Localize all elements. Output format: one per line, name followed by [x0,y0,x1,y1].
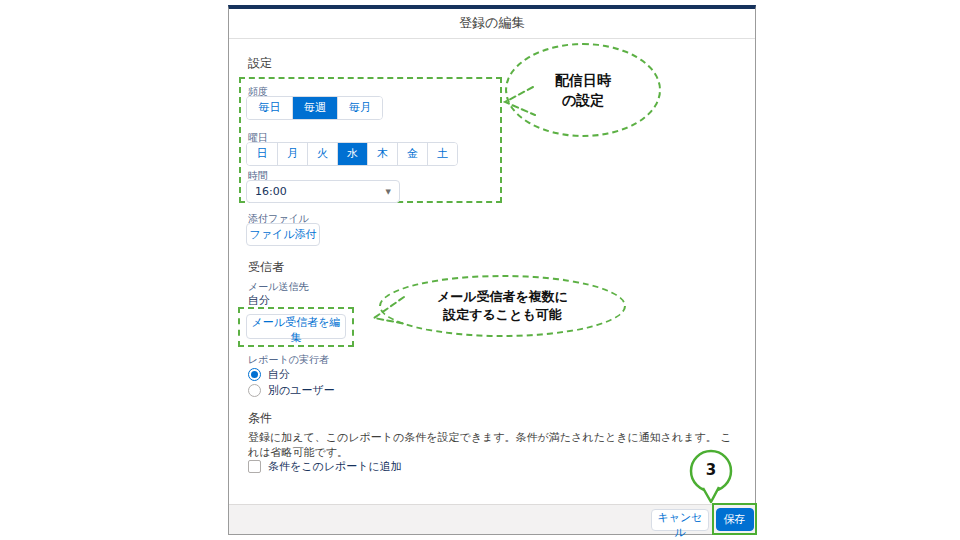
attach-file-button[interactable]: ファイル添付 [246,223,320,246]
step-number: 3 [695,461,727,479]
multiple-recipients-callout: メール受信者を複数に 設定することも可能 [379,275,626,337]
edit-recipients-button[interactable]: メール受信者を編集 [246,314,346,339]
delivery-schedule-callout-line1: 配信日時 [555,70,611,90]
radio-other-user[interactable] [248,384,261,397]
run-as-label: レポートの実行者 [248,353,329,367]
weekday-option-fri[interactable]: 金 [397,143,427,165]
frequency-option-daily[interactable]: 毎日 [247,97,292,119]
add-conditions-checkbox[interactable] [248,460,261,473]
conditions-description: 登録に加えて、このレポートの条件を設定できます。条件が満たされたときに通知されま… [248,430,733,460]
chevron-down-icon: ▼ [386,188,391,196]
annotation-box-save: 保存 [712,503,757,535]
time-select-value: 16:00 [255,185,287,198]
save-button[interactable]: 保存 [716,508,754,531]
recipients-heading: 受信者 [248,259,284,276]
frequency-option-weekly[interactable]: 毎週 [292,97,337,119]
weekday-option-sat[interactable]: 土 [427,143,457,165]
screenshot-stage: 登録の編集 設定 頻度 毎日 毎週 毎月 曜日 日 月 火 水 木 金 土 時間… [0,0,960,540]
time-select[interactable]: 16:00 ▼ [246,180,400,203]
weekday-option-wed[interactable]: 水 [337,143,367,165]
radio-me-label: 自分 [268,367,290,382]
send-to-label: メール送信先 [248,280,308,294]
frequency-option-monthly[interactable]: 毎月 [337,97,382,119]
radio-me[interactable] [248,368,261,381]
radio-other-user-label: 別のユーザー [268,383,335,398]
weekday-option-mon[interactable]: 月 [277,143,307,165]
add-conditions-label: 条件をこのレポートに追加 [268,459,402,474]
dialog-header: 登録の編集 [229,9,755,39]
edit-subscription-dialog: 登録の編集 設定 頻度 毎日 毎週 毎月 曜日 日 月 火 水 木 金 土 時間… [228,5,756,535]
run-as-option-other-user: 別のユーザー [248,383,335,398]
weekday-option-sun[interactable]: 日 [247,143,277,165]
frequency-button-group: 毎日 毎週 毎月 [246,96,383,120]
weekday-button-group: 日 月 火 水 木 金 土 [246,142,458,166]
add-conditions-row: 条件をこのレポートに追加 [248,459,402,474]
delivery-schedule-callout: 配信日時 の設定 [505,43,661,137]
delivery-schedule-callout-line2: の設定 [562,90,604,110]
multiple-recipients-callout-line2: 設定することも可能 [443,306,562,324]
dialog-footer: キャンセル 保存 [229,504,755,534]
send-to-value: 自分 [248,293,270,308]
settings-heading: 設定 [248,55,272,72]
run-as-option-me: 自分 [248,367,290,382]
weekday-option-tue[interactable]: 火 [307,143,337,165]
weekday-option-thu[interactable]: 木 [367,143,397,165]
cancel-button[interactable]: キャンセル [651,509,709,531]
conditions-heading: 条件 [248,410,272,427]
multiple-recipients-callout-line1: メール受信者を複数に [437,288,568,306]
dialog-title: 登録の編集 [229,9,755,37]
